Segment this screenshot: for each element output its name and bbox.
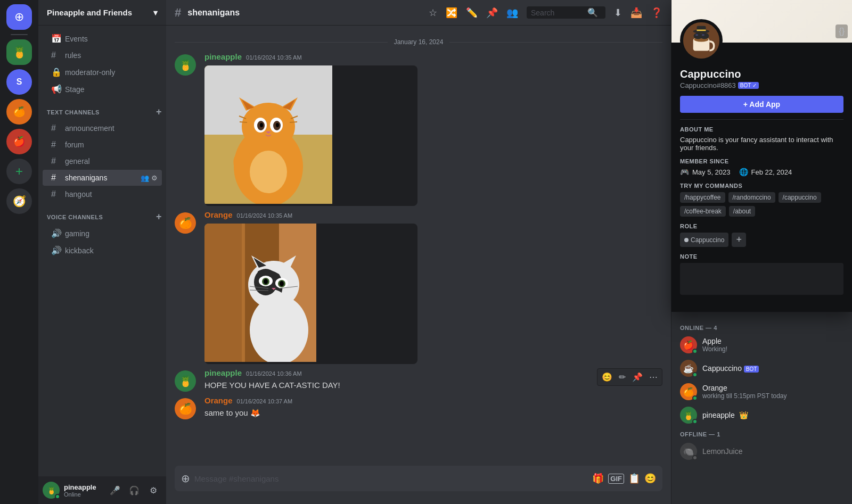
sidebar-item-stage[interactable]: 📢 Stage	[43, 81, 162, 97]
message-header: Orange 01/16/2024 10:35 AM	[204, 210, 662, 219]
add-role-button[interactable]: +	[732, 233, 746, 247]
command-tag[interactable]: /randomccino	[728, 192, 775, 203]
discord-icon: 🎮	[680, 168, 689, 176]
command-tag[interactable]: /cappuccino	[779, 192, 821, 203]
sidebar-item-rules[interactable]: # rules	[43, 47, 162, 63]
message-author[interactable]: pineapple	[204, 52, 242, 61]
member-item-cappuccino[interactable]: ☕ Cappuccino BOT	[676, 357, 848, 380]
add-attachment-button[interactable]: ⊕	[181, 466, 190, 491]
microphone-button[interactable]: 🎤	[106, 482, 124, 499]
server-icon-pineapple-friends[interactable]: 🍍	[6, 39, 32, 65]
sidebar-item-forum[interactable]: # forum	[43, 137, 162, 153]
user-avatar[interactable]: 🍍	[43, 482, 60, 499]
settings-icon[interactable]: ⚙	[151, 174, 158, 182]
sidebar-item-kickback[interactable]: 🔊 kickback	[43, 242, 162, 259]
text-channels-header[interactable]: TEXT CHANNELS +	[38, 98, 166, 120]
main-chat-area: # shenanigans ☆ 🔀 ✏️ 📌 👥 🔍 ⬇ 📥 ❓ January…	[166, 0, 671, 504]
edit-message-button[interactable]: ✏	[617, 371, 628, 383]
member-avatar-apple: 🍎	[680, 336, 697, 353]
search-input[interactable]	[531, 9, 584, 17]
user-settings-button[interactable]: ⚙	[145, 482, 162, 499]
profile-discriminator: Cappuccino#8863 BOT ✓	[680, 81, 843, 89]
svg-point-21	[250, 151, 287, 193]
message-author[interactable]: Orange	[204, 210, 233, 219]
chat-input[interactable]	[194, 468, 588, 490]
member-since-row: 🎮 May 5, 2023 🌐 Feb 22, 2024	[680, 168, 843, 176]
online-status	[692, 419, 698, 424]
headset-button[interactable]: 🎧	[126, 482, 143, 499]
members-icon[interactable]: 👥	[506, 7, 518, 19]
server-name-header[interactable]: Pineapple and Friends ▾	[38, 0, 166, 26]
add-channel-button[interactable]: +	[156, 106, 162, 118]
sidebar-item-moderator-only[interactable]: 🔒 moderator-only	[43, 64, 162, 80]
member-info: Orange working till 5:15pm PST today	[702, 384, 787, 400]
svg-rect-53	[697, 26, 706, 32]
command-tag[interactable]: /happycoffee	[680, 192, 725, 203]
members-icon[interactable]: 👥	[141, 174, 149, 182]
star-icon[interactable]: ☆	[429, 7, 437, 19]
voice-icon: 🔊	[51, 245, 61, 255]
gift-icon[interactable]: 🎁	[592, 473, 604, 484]
message-header: Orange 01/16/2024 10:37 AM	[204, 396, 662, 405]
profile-json-button[interactable]: {}	[835, 24, 848, 38]
add-voice-channel-button[interactable]: +	[156, 211, 162, 222]
sidebar-item-hangout[interactable]: # hangout	[43, 186, 162, 202]
profile-popup: {} Cappuccino Cappuccino#8863 BOT ✓ + Ad…	[671, 0, 852, 312]
gif-icon[interactable]: GIF	[608, 474, 624, 484]
avatar[interactable]: 🍊	[175, 212, 196, 234]
server-icon-circle1[interactable]: 🍊	[6, 99, 32, 125]
sidebar-item-shenanigans[interactable]: # shenanigans 👥 ⚙	[43, 170, 162, 186]
browse-channels-icon[interactable]: 🔀	[446, 7, 457, 19]
sidebar-item-events[interactable]: 📅 Events	[43, 30, 162, 47]
member-info: Cappuccino BOT	[702, 364, 759, 373]
hash-icon: #	[51, 140, 61, 150]
svg-point-51	[702, 34, 704, 36]
svg-rect-23	[204, 224, 242, 362]
commands-section: TRY MY COMMANDS /happycoffee /randomccin…	[680, 183, 843, 217]
avatar[interactable]: 🍍	[175, 370, 196, 392]
profile-avatar[interactable]	[680, 19, 723, 62]
download-icon[interactable]: ⬇	[614, 7, 622, 19]
avatar[interactable]: 🍊	[175, 398, 196, 419]
avatar[interactable]: 🍍	[175, 54, 196, 76]
command-tag[interactable]: /coffee-break	[680, 206, 726, 217]
message-author[interactable]: pineapple	[204, 368, 242, 377]
explore-servers-button[interactable]: 🧭	[6, 188, 32, 214]
search-bar[interactable]: 🔍	[527, 6, 605, 19]
online-status	[692, 395, 698, 401]
add-server-button[interactable]: +	[6, 159, 32, 184]
note-input[interactable]	[680, 263, 843, 295]
add-app-button[interactable]: + Add App	[680, 96, 843, 113]
member-item-apple[interactable]: 🍎 Apple Working!	[676, 333, 848, 357]
hash-icon: #	[51, 173, 61, 183]
command-tag[interactable]: /about	[729, 206, 755, 217]
more-options-button[interactable]: ⋯	[647, 371, 660, 383]
discord-home-button[interactable]: ⊕	[6, 4, 32, 30]
message-text: same to you 🦊	[204, 407, 662, 418]
pin-icon[interactable]: 📌	[486, 7, 498, 19]
emoji-icon[interactable]: 😊	[644, 473, 656, 484]
search-icon: 🔍	[587, 7, 598, 18]
member-item-lemonjuice[interactable]: 🍋 LemonJuice	[676, 440, 848, 463]
sticker-icon[interactable]: 📋	[628, 473, 640, 484]
member-avatar-pineapple: 🍍	[680, 407, 697, 424]
cat-image-2	[204, 224, 316, 362]
add-reaction-button[interactable]: 😊	[600, 371, 615, 383]
svg-line-18	[290, 122, 297, 122]
sidebar-item-announcement[interactable]: # announcement	[43, 120, 162, 136]
member-item-pineapple[interactable]: 🍍 pineapple 👑	[676, 403, 848, 427]
sidebar-item-general[interactable]: # general	[43, 153, 162, 169]
pin-message-button[interactable]: 📌	[630, 371, 645, 383]
help-icon[interactable]: ❓	[651, 7, 662, 19]
edit-icon[interactable]: ✏️	[466, 7, 478, 19]
profile-body: Cappuccino Cappuccino#8863 BOT ✓ + Add A…	[671, 43, 852, 312]
server-icon-circle2[interactable]: 🍎	[6, 129, 32, 154]
server-icon-s[interactable]: S	[6, 69, 32, 95]
member-info: Apple Working!	[702, 337, 727, 353]
member-item-orange[interactable]: 🍊 Orange working till 5:15pm PST today	[676, 380, 848, 403]
voice-channels-header[interactable]: VOICE CHANNELS +	[38, 203, 166, 225]
window-icon[interactable]: 📥	[630, 7, 642, 19]
stage-icon: 📢	[51, 84, 61, 94]
message-author[interactable]: Orange	[204, 396, 233, 405]
sidebar-item-gaming[interactable]: 🔊 gaming	[43, 225, 162, 242]
